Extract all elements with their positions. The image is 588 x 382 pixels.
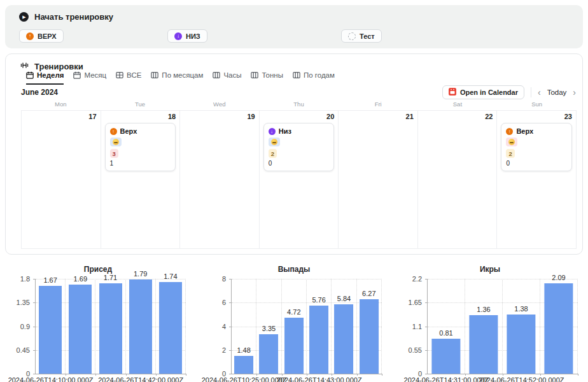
bar[interactable] — [360, 299, 379, 374]
chart-calves: Икры00.551.11.652.20.811.361.382.092024-… — [392, 260, 588, 382]
bar[interactable] — [431, 339, 460, 374]
calendar-controls: Open in Calendar ‹ Today › — [442, 85, 576, 99]
event-footer-count: 0 — [269, 160, 330, 167]
calendar-cell-17[interactable]: 17 — [22, 111, 101, 249]
bars-container: 1.483.354.725.765.846.27 — [232, 279, 382, 374]
bar-value-label: 3.35 — [262, 325, 276, 332]
table-icon — [116, 71, 123, 79]
chart-plot-area: 00.450.91.351.81.671.691.711.791.742024-… — [35, 279, 186, 374]
tab-by-months[interactable]: По месяцам — [151, 71, 203, 85]
test-workout-button[interactable]: Тест — [341, 29, 382, 43]
open-in-calendar-button[interactable]: Open in Calendar — [442, 85, 524, 99]
bar-slot: 1.48 — [232, 279, 256, 374]
bar-slot: 2.09 — [540, 279, 578, 374]
day-number: 17 — [25, 113, 97, 120]
bar-value-label: 6.27 — [362, 290, 375, 297]
day-number: 20 — [263, 113, 335, 120]
event-pills: 2 — [269, 135, 330, 158]
bottom-workout-button[interactable]: ↓НИЗ — [167, 29, 207, 43]
neutral-face-emoji-icon — [271, 139, 277, 145]
chart-lunges: Выпады024681.483.354.725.765.846.272024-… — [196, 260, 392, 382]
weekday-label: Fri — [339, 101, 418, 108]
calendar-icon — [26, 71, 34, 79]
button-label: ВЕРХ — [38, 32, 57, 40]
x-axis-tick-label: 2024-06-26T14:52:00.000Z — [479, 376, 564, 382]
calendar-month-label: June 2024 — [21, 88, 58, 97]
bar-value-label: 1.71 — [104, 274, 117, 281]
x-axis-tick-label: 2024-06-26T14:10:00.000Z — [8, 376, 94, 382]
chart-title: Выпады — [196, 260, 392, 276]
weekday-label: Sun — [497, 101, 577, 108]
bar-value-label: 1.48 — [237, 346, 250, 354]
bar[interactable] — [69, 285, 92, 374]
calendar-next-button[interactable]: › — [573, 88, 576, 97]
bar-value-label: 1.38 — [514, 305, 528, 313]
top-workout-button[interactable]: ↑ВЕРХ — [19, 29, 64, 43]
y-axis-tick-label: 1.65 — [409, 299, 422, 306]
open-in-calendar-label: Open in Calendar — [460, 88, 518, 96]
event-header: ↓Низ — [269, 127, 330, 135]
bars-container: 0.811.361.382.09 — [428, 279, 578, 374]
bar-value-label: 5.84 — [337, 295, 351, 302]
tab-all[interactable]: ВСЕ — [116, 71, 141, 85]
bar[interactable] — [99, 283, 122, 374]
bar-slot: 1.38 — [503, 279, 540, 374]
weekday-label: Thu — [259, 101, 339, 108]
start-workout-card: ▶ Начать тренировку ↑ВЕРХ↓НИЗТест — [5, 5, 583, 48]
weekday-header-row: MonTueWedThuFriSatSun — [21, 101, 577, 108]
bar-slot: 1.36 — [465, 279, 503, 374]
day-number: 19 — [184, 113, 255, 120]
x-axis-tick-mark — [503, 374, 503, 376]
x-axis-tick-label: 2024-06-26T14:43:00.000Z — [277, 376, 362, 382]
bar-slot: 6.27 — [357, 279, 382, 374]
bar-value-label: 1.74 — [164, 272, 177, 280]
calendar-prev-button[interactable]: ‹ — [538, 88, 541, 97]
emoji-pill — [506, 138, 517, 146]
y-axis-tick-label: 1.35 — [17, 299, 30, 306]
bar-value-label: 1.36 — [477, 306, 490, 313]
tab-label: Часы — [223, 71, 241, 79]
bar[interactable] — [234, 356, 253, 374]
tab-tons[interactable]: Тонны — [251, 71, 283, 85]
tab-week[interactable]: Неделя — [26, 71, 64, 85]
x-axis-tick-mark — [186, 374, 186, 376]
y-axis-tick-label: 1.1 — [412, 323, 422, 330]
bar[interactable] — [309, 306, 328, 374]
calendar-cell-18[interactable]: 18↑Верх31 — [101, 111, 181, 249]
columns-icon — [293, 71, 300, 79]
bar[interactable] — [469, 315, 498, 374]
bar[interactable] — [39, 286, 62, 374]
bar[interactable] — [159, 282, 182, 374]
y-axis-tick-mark — [33, 374, 36, 374]
calendar-cell-19[interactable]: 19 — [180, 111, 260, 249]
event-card[interactable]: ↓Низ20 — [263, 123, 335, 171]
event-title: Верх — [516, 127, 533, 135]
bar[interactable] — [129, 279, 152, 374]
calendar-cell-21[interactable]: 21 — [339, 111, 418, 249]
calendar-cell-22[interactable]: 22 — [418, 111, 498, 249]
bar[interactable] — [544, 283, 573, 374]
bar[interactable] — [335, 304, 354, 374]
bar[interactable] — [284, 318, 304, 374]
calendar-cell-23[interactable]: 23↑Верх20 — [497, 111, 577, 249]
tab-hours[interactable]: Часы — [213, 71, 241, 85]
tab-month[interactable]: Месяц — [73, 71, 106, 85]
calendar-cell-20[interactable]: 20↓Низ20 — [260, 111, 339, 249]
event-card[interactable]: ↑Верх20 — [501, 123, 572, 171]
workouts-header: Тренировки — [20, 60, 83, 72]
x-axis-tick-mark — [66, 374, 66, 376]
day-number: 18 — [105, 113, 176, 120]
event-title: Верх — [120, 127, 137, 135]
bar[interactable] — [507, 315, 535, 374]
y-axis-tick-label: 0.9 — [20, 323, 30, 330]
event-card[interactable]: ↑Верх31 — [105, 123, 176, 171]
tab-by-years[interactable]: По годам — [293, 71, 335, 85]
tab-label: По годам — [304, 71, 335, 79]
event-footer-count: 0 — [506, 160, 567, 167]
x-axis-tick-label: 2024-06-26T14:31:00.000Z — [404, 376, 489, 382]
today-button[interactable]: Today — [547, 88, 567, 96]
event-pills: 2 — [506, 135, 567, 158]
dumbbell-icon — [20, 60, 29, 72]
bar[interactable] — [260, 334, 279, 374]
chart-squat: Присед00.450.91.351.81.671.691.711.791.7… — [0, 260, 196, 382]
